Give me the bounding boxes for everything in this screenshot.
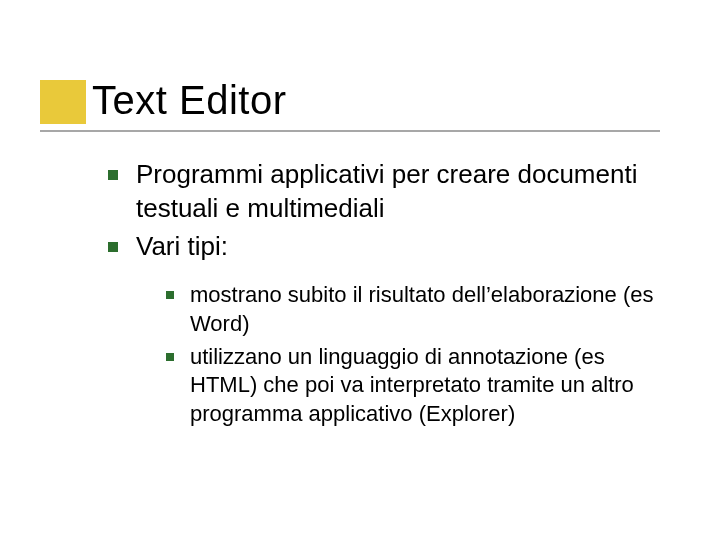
square-bullet-icon [108, 170, 118, 180]
list-item: Vari tipi: [108, 230, 660, 264]
sub-list-item-text: mostrano subito il risultato dell’elabor… [190, 281, 660, 338]
slide-title: Text Editor [92, 78, 660, 122]
sub-list: mostrano subito il risultato dell’elabor… [166, 281, 660, 428]
list-item-text: Programmi applicativi per creare documen… [136, 158, 660, 226]
title-wrap: Text Editor [92, 78, 660, 122]
square-bullet-icon [108, 242, 118, 252]
list-item: Programmi applicativi per creare documen… [108, 158, 660, 226]
sub-list-item: utilizzano un linguaggio di annotazione … [166, 343, 660, 429]
square-bullet-icon [166, 291, 174, 299]
slide-body: Programmi applicativi per creare documen… [108, 158, 660, 432]
list-item-text: Vari tipi: [136, 230, 228, 264]
sub-list-item-text: utilizzano un linguaggio di annotazione … [190, 343, 660, 429]
slide: Text Editor Programmi applicativi per cr… [0, 0, 720, 540]
title-accent-box [40, 80, 86, 124]
square-bullet-icon [166, 353, 174, 361]
title-underline [40, 130, 660, 132]
sub-list-item: mostrano subito il risultato dell’elabor… [166, 281, 660, 338]
